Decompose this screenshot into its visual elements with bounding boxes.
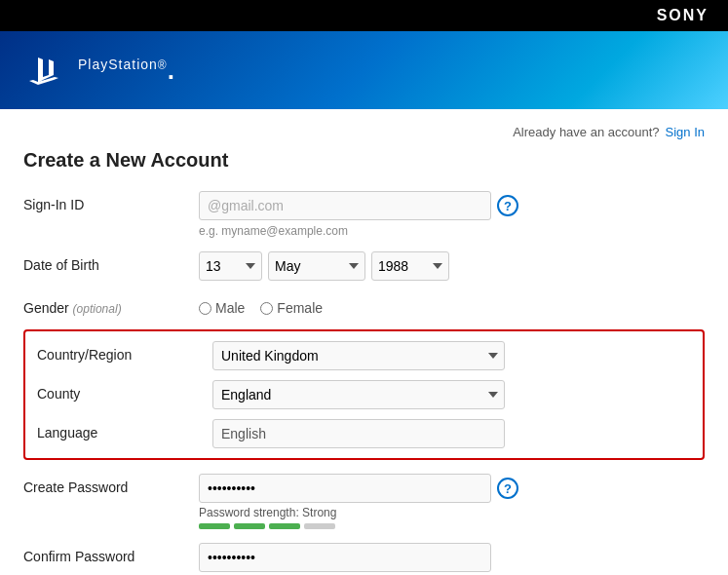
- ps-brand-text: PlayStation®.: [78, 56, 175, 86]
- dob-month-select[interactable]: May JanuaryFebruary: [268, 251, 365, 281]
- gender-optional-text: (optional): [73, 302, 122, 316]
- playstation-icon: [19, 46, 68, 95]
- sign-in-id-wrapper: ?: [199, 191, 705, 220]
- location-section: Country/Region United Kingdom United Sta…: [23, 329, 705, 460]
- country-label: Country/Region: [37, 341, 212, 363]
- gender-male-label[interactable]: Male: [199, 300, 245, 316]
- sign-in-id-help-icon[interactable]: ?: [497, 195, 518, 216]
- sony-logo: SONY: [657, 7, 709, 24]
- sign-in-id-controls: ? e.g. myname@example.com: [199, 191, 705, 238]
- dob-row: Date of Birth 13 123 May JanuaryFebruary…: [23, 251, 705, 281]
- strength-bar-4: [304, 523, 335, 529]
- gender-row: Gender (optional) Male Female: [23, 294, 705, 316]
- language-label: Language: [37, 419, 212, 441]
- ps-title: PlayStation®.: [78, 56, 175, 85]
- dob-year-select[interactable]: 1988 19902000: [371, 251, 449, 281]
- dob-controls: 13 123 May JanuaryFebruary 1988 19902000: [199, 251, 705, 281]
- create-password-input[interactable]: [199, 474, 491, 503]
- gender-label: Gender (optional): [23, 294, 199, 316]
- strength-bar-2: [234, 523, 265, 529]
- sign-in-link[interactable]: Sign In: [666, 125, 705, 139]
- language-input: [212, 419, 505, 448]
- confirm-password-input[interactable]: [199, 543, 491, 572]
- sign-in-id-label: Sign-In ID: [23, 191, 199, 212]
- page-title: Create a New Account: [23, 149, 705, 172]
- gender-wrapper: Male Female: [199, 294, 705, 316]
- sign-in-id-input[interactable]: [199, 191, 491, 220]
- email-hint: e.g. myname@example.com: [199, 224, 705, 238]
- password-strength-bars: [199, 523, 705, 529]
- language-row: Language: [37, 419, 691, 448]
- strength-bar-1: [199, 523, 230, 529]
- gender-controls: Male Female: [199, 294, 705, 316]
- password-strength-text: Password strength: Strong: [199, 506, 705, 519]
- ps-logo-area: PlayStation®.: [19, 46, 175, 95]
- password-wrapper: ?: [199, 474, 705, 503]
- county-controls: England Scotland Wales Northern Ireland: [212, 380, 691, 409]
- main-content: Already have an account? Sign In Create …: [0, 109, 728, 575]
- country-controls: United Kingdom United States Germany Fra…: [212, 341, 691, 370]
- sign-in-id-row: Sign-In ID ? e.g. myname@example.com: [23, 191, 705, 238]
- create-password-label: Create Password: [23, 474, 199, 495]
- dob-wrapper: 13 123 May JanuaryFebruary 1988 19902000: [199, 251, 705, 281]
- confirm-password-label: Confirm Password: [23, 543, 199, 564]
- country-row: Country/Region United Kingdom United Sta…: [37, 341, 691, 370]
- gender-male-text: Male: [215, 300, 245, 316]
- gender-female-radio[interactable]: [260, 302, 273, 315]
- country-select[interactable]: United Kingdom United States Germany Fra…: [212, 341, 505, 370]
- account-bar: Already have an account? Sign In: [23, 125, 705, 139]
- sony-bar: SONY: [0, 0, 728, 31]
- password-help-icon[interactable]: ?: [497, 478, 518, 499]
- county-label: County: [37, 380, 212, 402]
- confirm-password-row: Confirm Password: [23, 543, 705, 572]
- confirm-password-controls: [199, 543, 705, 572]
- dob-day-select[interactable]: 13 123: [199, 251, 262, 281]
- gender-male-radio[interactable]: [199, 302, 211, 315]
- county-select[interactable]: England Scotland Wales Northern Ireland: [212, 380, 505, 409]
- strength-bar-3: [269, 523, 300, 529]
- dob-label: Date of Birth: [23, 251, 199, 273]
- create-password-row: Create Password ? Password strength: Str…: [23, 474, 705, 529]
- gender-female-text: Female: [277, 300, 323, 316]
- ps-header: PlayStation®.: [0, 31, 728, 109]
- county-row: County England Scotland Wales Northern I…: [37, 380, 691, 409]
- create-password-controls: ? Password strength: Strong: [199, 474, 705, 529]
- already-account-text: Already have an account?: [513, 125, 659, 139]
- language-controls: [212, 419, 691, 448]
- gender-female-label[interactable]: Female: [260, 300, 323, 316]
